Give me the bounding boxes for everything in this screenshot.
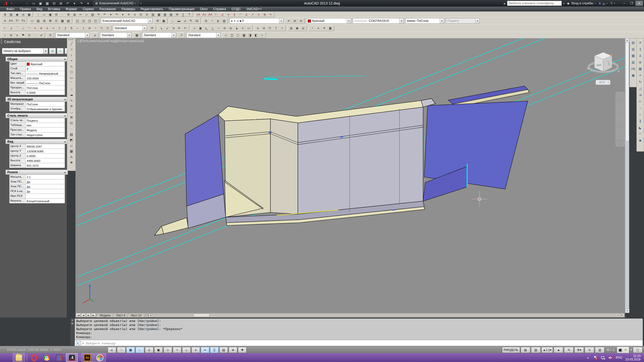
property-value[interactable]: Модель bbox=[26, 128, 65, 132]
viewport-clip-icon[interactable]: ⊠ bbox=[47, 18, 53, 24]
sheetset-icon[interactable]: ▨ bbox=[168, 12, 174, 17]
erase-icon[interactable]: ✕ bbox=[637, 39, 643, 46]
dim-text-edit-icon[interactable]: A bbox=[105, 25, 111, 31]
mleader-add-icon[interactable]: ↙ bbox=[164, 25, 170, 31]
file-explorer-button[interactable] bbox=[13, 353, 25, 362]
cylinder-icon[interactable]: ⊖ bbox=[222, 25, 228, 31]
layer-states-icon[interactable]: ▤ bbox=[8, 12, 14, 17]
drawing-canvas[interactable]: Ю В Зад Слева МСК ▼ bbox=[75, 38, 625, 313]
section-header[interactable]: 3D визуализация ▲ bbox=[6, 97, 68, 102]
snap-mid-icon[interactable]: ⊖ bbox=[8, 32, 14, 38]
qopen-icon[interactable]: ▭ bbox=[30, 1, 37, 6]
infer-constraints-toggle[interactable]: ∠ bbox=[108, 347, 116, 353]
stretch-icon[interactable]: ⇉ bbox=[637, 92, 643, 98]
chevron-down-icon[interactable]: ▼ bbox=[85, 33, 89, 38]
lineweight-toggle[interactable]: ━ bbox=[201, 347, 209, 353]
signin-dropdown-icon[interactable]: ▾ bbox=[595, 2, 597, 5]
dim-linear-icon[interactable]: ⊢ bbox=[2, 25, 8, 31]
language-indicator[interactable]: РУС bbox=[616, 356, 622, 359]
layer-lock-icon[interactable]: ⊙ bbox=[237, 19, 239, 22]
minimize-button[interactable]: – bbox=[620, 1, 628, 6]
exchange-apps-icon[interactable]: X bbox=[599, 2, 601, 5]
vs-shaded-icon[interactable]: ◧ bbox=[253, 32, 259, 38]
menu-item[interactable]: Параметризация bbox=[166, 7, 197, 12]
layer-isolate-icon[interactable]: ▣ bbox=[26, 12, 32, 17]
layer-walk-icon[interactable]: ▤ bbox=[221, 18, 227, 24]
spell-check-icon[interactable]: АБ bbox=[630, 65, 636, 72]
hatch-icon[interactable]: ▨ bbox=[68, 131, 75, 137]
property-value[interactable]: 100.0000 bbox=[26, 76, 65, 80]
hardware-accel-icon[interactable]: ▥ bbox=[595, 347, 605, 353]
model-paper-toggle[interactable]: РМОДЕЛЬ bbox=[502, 347, 520, 353]
xref-frame-icon[interactable]: ◰ bbox=[93, 18, 99, 24]
layer-properties-icon[interactable]: ≣ bbox=[2, 12, 8, 17]
search-binoculars-icon[interactable]: ⌕ bbox=[563, 1, 565, 5]
plot-icon[interactable]: ⊞ bbox=[58, 1, 64, 6]
dim-linear-icon[interactable]: ⊢ bbox=[213, 12, 219, 17]
sphere-icon[interactable]: ○ bbox=[216, 25, 222, 31]
toolbar-grip[interactable] bbox=[68, 39, 74, 40]
polysolid-icon[interactable]: ▱ bbox=[191, 25, 197, 31]
dim-radius-icon[interactable]: ◠ bbox=[26, 25, 32, 31]
dim-angular-icon[interactable]: ∠ bbox=[244, 12, 250, 17]
orbit-cont-icon[interactable]: ◎ bbox=[300, 25, 306, 31]
redo-dd-icon[interactable]: ▾ bbox=[120, 12, 126, 17]
text-height-icon[interactable]: AA bbox=[207, 12, 213, 17]
construction-line-icon[interactable]: ⤫ bbox=[68, 47, 75, 53]
dim-space-icon[interactable]: ⇅ bbox=[68, 25, 74, 31]
menu-item[interactable]: Рисование bbox=[97, 7, 118, 12]
polygon-icon[interactable]: ⬠ bbox=[68, 69, 75, 75]
3d-polyline-icon[interactable]: ≈ bbox=[68, 58, 75, 64]
subtract-icon[interactable]: ⊖ bbox=[261, 25, 267, 31]
infocenter-search-input[interactable] bbox=[507, 1, 562, 6]
menu-item[interactable]: СПДС bbox=[229, 7, 244, 12]
vs-hidden-icon[interactable]: ▢ bbox=[235, 32, 241, 38]
dim-quick-icon[interactable]: ≍ bbox=[50, 25, 56, 31]
annotation-monitor-toggle[interactable]: ✚ bbox=[238, 347, 247, 353]
lock-position-icon[interactable]: ⊙ bbox=[26, 32, 32, 38]
workspace-combo[interactable]: Классический AutoCAD ▼ bbox=[101, 18, 152, 24]
restore-button[interactable]: ❐ bbox=[628, 1, 635, 6]
plane-icon[interactable]: ▭ bbox=[246, 25, 252, 31]
ortho-toggle[interactable]: ∟ bbox=[136, 347, 144, 353]
dim-baseline-icon[interactable]: ≍ bbox=[225, 12, 231, 17]
annotation-autoscale-icon[interactable]: ↻ bbox=[564, 347, 574, 353]
property-value[interactable]: Да bbox=[26, 184, 65, 189]
pan-icon[interactable]: ✛ bbox=[126, 12, 132, 17]
menu-item[interactable]: Вид bbox=[34, 7, 45, 12]
select-objects-button[interactable]: ↖ bbox=[57, 48, 64, 54]
osnap-toggle[interactable]: ▣ bbox=[154, 347, 163, 353]
insert-block-icon[interactable]: ⊞ bbox=[68, 115, 75, 120]
sweep-icon[interactable]: ≈ bbox=[279, 25, 285, 31]
paint-button[interactable] bbox=[94, 353, 106, 362]
dim-jogged-icon[interactable]: ∿ bbox=[32, 25, 38, 31]
property-value[interactable]: Да bbox=[26, 179, 65, 184]
cone-icon[interactable]: △ bbox=[210, 25, 216, 31]
draworder-front-icon[interactable]: ▤ bbox=[630, 39, 636, 46]
palette-grip[interactable] bbox=[1, 39, 2, 44]
rectangle-icon[interactable]: ▭ bbox=[68, 75, 75, 81]
dwf-icon[interactable]: ◍ bbox=[71, 12, 77, 17]
chevron-down-icon[interactable]: ▼ bbox=[172, 33, 176, 38]
text-style-icon[interactable]: A bbox=[2, 18, 8, 24]
ucs-world-icon[interactable]: ▬ bbox=[176, 18, 182, 24]
snap-toggle[interactable]: ∷ bbox=[117, 347, 126, 353]
cut-icon[interactable]: ✂ bbox=[77, 12, 84, 17]
dim-center-icon[interactable]: ⊕ bbox=[262, 12, 268, 17]
layout-tab[interactable]: Модель bbox=[96, 313, 115, 318]
tab-prev-button[interactable]: ◀ bbox=[81, 313, 86, 317]
tolerance-icon[interactable]: ± bbox=[80, 25, 87, 31]
text-style-combo[interactable]: Standard ▼ bbox=[56, 32, 90, 38]
mleader-style-icon[interactable]: ↗ bbox=[178, 32, 184, 38]
pyramid-icon[interactable]: ▲ bbox=[234, 25, 240, 31]
otrack-toggle[interactable]: + bbox=[173, 347, 181, 353]
text-upper-icon[interactable]: Tᵸ bbox=[14, 18, 20, 24]
designcenter-icon[interactable]: ▦ bbox=[156, 12, 162, 17]
new-file-icon[interactable]: ▫ bbox=[35, 12, 41, 17]
volume-muted-icon[interactable] bbox=[608, 355, 613, 360]
scale-icon[interactable]: ◿ bbox=[637, 85, 643, 92]
chevron-down-icon[interactable]: ▼ bbox=[43, 48, 48, 54]
text-table-icon[interactable]: T≡ bbox=[20, 18, 26, 24]
extrude-icon[interactable]: ⇧ bbox=[273, 25, 279, 31]
copy-clip-icon[interactable]: ▱ bbox=[84, 12, 90, 17]
